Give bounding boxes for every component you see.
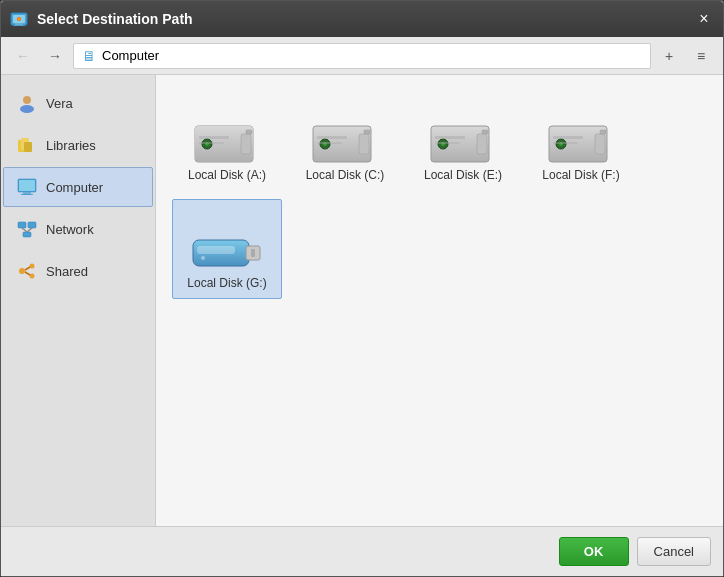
back-button[interactable]: ← [9,43,37,69]
svg-point-57 [201,256,205,260]
sidebar-item-vera[interactable]: Vera [3,83,153,123]
svg-rect-37 [364,130,370,134]
main-panel: Local Disk (A:) [156,75,723,526]
svg-rect-13 [23,192,31,194]
svg-rect-31 [199,136,229,139]
svg-rect-30 [246,130,252,134]
svg-rect-58 [251,249,255,257]
svg-rect-56 [197,246,235,254]
view-button[interactable]: ≡ [687,43,715,69]
sidebar-item-shared-label: Shared [46,264,88,279]
bottom-bar: OK Cancel [1,526,723,576]
new-folder-button[interactable]: + [655,43,683,69]
sidebar: Vera Libraries [1,75,156,526]
cancel-button[interactable]: Cancel [637,537,711,566]
svg-point-5 [18,18,20,20]
svg-rect-16 [28,222,36,228]
libraries-icon [16,134,38,156]
computer-breadcrumb-icon: 🖥 [82,48,96,64]
sidebar-item-vera-label: Vera [46,96,73,111]
svg-rect-14 [21,194,33,195]
svg-rect-43 [477,134,487,154]
svg-rect-39 [317,142,342,144]
disk-item-f[interactable]: Local Disk (F:) [526,91,636,191]
sidebar-item-network[interactable]: Network [3,209,153,249]
svg-rect-32 [199,142,224,144]
disk-label-a: Local Disk (A:) [188,168,266,182]
breadcrumb: 🖥 Computer [73,43,651,69]
svg-rect-44 [482,130,488,134]
svg-rect-52 [553,136,583,139]
dialog-icon [9,9,29,29]
disk-label-e: Local Disk (E:) [424,168,502,182]
svg-point-22 [30,274,35,279]
svg-rect-36 [359,134,369,154]
svg-line-19 [27,228,32,232]
hdd-icon-c [309,118,381,168]
network-icon [16,218,38,240]
svg-rect-53 [553,142,578,144]
svg-point-20 [19,268,25,274]
svg-point-6 [23,96,31,104]
disk-item-a[interactable]: Local Disk (A:) [172,91,282,191]
svg-point-21 [30,264,35,269]
disk-label-f: Local Disk (F:) [542,168,619,182]
svg-point-7 [20,105,34,113]
sidebar-item-computer-label: Computer [46,180,103,195]
title-bar: Select Destination Path × [1,1,723,37]
user-icon [16,92,38,114]
disk-label-g: Local Disk (G:) [187,276,266,290]
disk-item-c[interactable]: Local Disk (C:) [290,91,400,191]
svg-rect-38 [317,136,347,139]
dialog-title: Select Destination Path [37,11,693,27]
breadcrumb-text: Computer [102,48,159,63]
disk-item-e[interactable]: Local Disk (E:) [408,91,518,191]
svg-rect-45 [435,136,465,139]
sidebar-item-shared[interactable]: Shared [3,251,153,291]
shared-icon [16,260,38,282]
sidebar-item-network-label: Network [46,222,94,237]
disk-item-g[interactable]: Local Disk (G:) [172,199,282,299]
hdd-icon-e [427,118,499,168]
content-area: Vera Libraries [1,75,723,526]
svg-rect-46 [435,142,460,144]
sidebar-item-libraries[interactable]: Libraries [3,125,153,165]
svg-rect-12 [19,180,35,191]
svg-rect-15 [18,222,26,228]
hdd-icon-f [545,118,617,168]
sidebar-item-computer[interactable]: Computer [3,167,153,207]
svg-rect-29 [241,134,251,154]
svg-rect-3 [13,25,25,26]
hdd-icon-a [191,118,263,168]
toolbar: ← → 🖥 Computer + ≡ [1,37,723,75]
svg-line-24 [25,272,30,275]
svg-rect-17 [23,232,31,237]
toolbar-actions: + ≡ [655,43,715,69]
svg-rect-10 [24,142,32,152]
disk-label-c: Local Disk (C:) [306,168,385,182]
select-destination-dialog: Select Destination Path × ← → 🖥 Computer… [0,0,724,577]
computer-icon [16,176,38,198]
svg-rect-2 [15,23,23,25]
sidebar-item-libraries-label: Libraries [46,138,96,153]
ok-button[interactable]: OK [559,537,629,566]
forward-button[interactable]: → [41,43,69,69]
svg-line-18 [22,228,27,232]
svg-rect-51 [600,130,606,134]
svg-line-23 [25,267,30,270]
usb-icon-g [191,226,263,276]
close-button[interactable]: × [693,8,715,30]
svg-rect-50 [595,134,605,154]
